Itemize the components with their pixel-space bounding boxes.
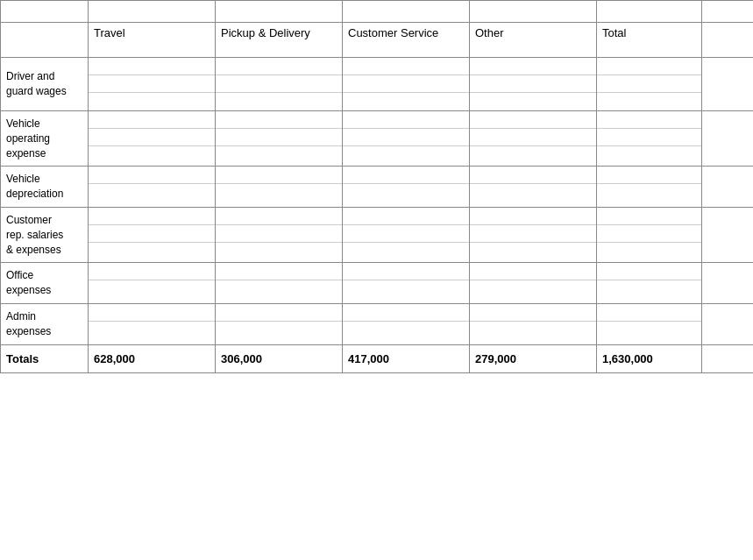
admin-pickup-cell[interactable] xyxy=(216,303,343,344)
vehicle-dep-travel-sub1[interactable] xyxy=(89,167,215,184)
vehicle-op-travel-sub2[interactable] xyxy=(89,129,215,146)
office-customer-cell[interactable] xyxy=(343,263,470,304)
driver-total-cell[interactable] xyxy=(597,58,702,111)
totals-pickup-cell[interactable]: 306,000 xyxy=(216,344,343,372)
admin-other-sub1[interactable] xyxy=(470,304,596,322)
driver-customer-sub2[interactable] xyxy=(343,75,469,93)
driver-total-sub2[interactable] xyxy=(597,75,701,93)
vehicle-dep-customer-sub2[interactable] xyxy=(343,184,469,202)
admin-total-cell[interactable] xyxy=(597,303,702,344)
vehicle-op-total-sub1[interactable] xyxy=(597,111,701,129)
office-other-cell[interactable] xyxy=(470,263,597,304)
vehicle-dep-total-sub1[interactable] xyxy=(597,167,701,184)
customer-rep-customer-sub1[interactable] xyxy=(343,208,469,225)
customer-rep-other-sub1[interactable] xyxy=(470,208,596,225)
vehicle-dep-other-cell[interactable] xyxy=(470,167,597,208)
customer-rep-travel-sub1[interactable] xyxy=(89,208,215,225)
office-travel-sub1[interactable] xyxy=(89,263,215,280)
vehicle-op-other-sub2[interactable] xyxy=(470,129,596,146)
admin-travel-cell[interactable] xyxy=(89,303,216,344)
customer-rep-total-cell[interactable] xyxy=(597,207,702,262)
vehicle-op-pickup-cell[interactable] xyxy=(216,111,343,167)
driver-pickup-sub3[interactable] xyxy=(216,93,342,110)
admin-customer-sub2[interactable] xyxy=(343,322,469,339)
admin-customer-sub1[interactable] xyxy=(343,304,469,322)
vehicle-dep-customer-sub1[interactable] xyxy=(343,167,469,184)
vehicle-op-other-sub3[interactable] xyxy=(470,146,596,164)
totals-other-cell[interactable]: 279,000 xyxy=(470,344,597,372)
customer-rep-total-sub1[interactable] xyxy=(597,208,701,225)
office-customer-sub1[interactable] xyxy=(343,263,469,280)
office-travel-cell[interactable] xyxy=(89,263,216,304)
driver-other-sub1[interactable] xyxy=(470,58,596,75)
customer-rep-travel-sub3[interactable] xyxy=(89,243,215,260)
driver-customer-sub1[interactable] xyxy=(343,58,469,75)
customer-rep-pickup-cell[interactable] xyxy=(216,207,343,262)
driver-travel-sub1[interactable] xyxy=(89,58,215,75)
vehicle-op-total-cell[interactable] xyxy=(597,111,702,167)
totals-customer-cell[interactable]: 417,000 xyxy=(343,344,470,372)
driver-total-sub3[interactable] xyxy=(597,93,701,110)
vehicle-dep-other-sub1[interactable] xyxy=(470,167,596,184)
driver-customer-sub3[interactable] xyxy=(343,93,469,110)
admin-other-sub2[interactable] xyxy=(470,322,596,339)
driver-travel-cell[interactable] xyxy=(89,58,216,111)
admin-total-sub2[interactable] xyxy=(597,322,701,339)
office-total-cell[interactable] xyxy=(597,263,702,304)
vehicle-op-travel-cell[interactable] xyxy=(89,111,216,167)
customer-rep-pickup-sub3[interactable] xyxy=(216,243,342,260)
admin-total-sub1[interactable] xyxy=(597,304,701,322)
driver-travel-sub3[interactable] xyxy=(89,93,215,110)
vehicle-op-customer-sub3[interactable] xyxy=(343,146,469,164)
vehicle-op-customer-cell[interactable] xyxy=(343,111,470,167)
vehicle-dep-other-sub2[interactable] xyxy=(470,184,596,202)
admin-pickup-sub2[interactable] xyxy=(216,322,342,339)
driver-other-sub2[interactable] xyxy=(470,75,596,93)
office-pickup-sub2[interactable] xyxy=(216,280,342,298)
customer-rep-customer-cell[interactable] xyxy=(343,207,470,262)
customer-rep-customer-sub2[interactable] xyxy=(343,225,469,243)
totals-travel-cell[interactable]: 628,000 xyxy=(89,344,216,372)
vehicle-op-customer-sub1[interactable] xyxy=(343,111,469,129)
office-total-sub2[interactable] xyxy=(597,280,701,298)
driver-travel-sub2[interactable] xyxy=(89,75,215,93)
vehicle-op-travel-sub1[interactable] xyxy=(89,111,215,129)
driver-pickup-sub2[interactable] xyxy=(216,75,342,93)
customer-rep-total-sub3[interactable] xyxy=(597,243,701,260)
customer-rep-other-sub2[interactable] xyxy=(470,225,596,243)
vehicle-dep-travel-sub2[interactable] xyxy=(89,184,215,202)
driver-pickup-cell[interactable] xyxy=(216,58,343,111)
admin-travel-sub1[interactable] xyxy=(89,304,215,322)
office-other-sub2[interactable] xyxy=(470,280,596,298)
office-pickup-sub1[interactable] xyxy=(216,263,342,280)
customer-rep-pickup-sub1[interactable] xyxy=(216,208,342,225)
customer-rep-other-cell[interactable] xyxy=(470,207,597,262)
customer-rep-customer-sub3[interactable] xyxy=(343,243,469,260)
admin-other-cell[interactable] xyxy=(470,303,597,344)
customer-rep-travel-cell[interactable] xyxy=(89,207,216,262)
vehicle-op-total-sub2[interactable] xyxy=(597,129,701,146)
vehicle-op-pickup-sub2[interactable] xyxy=(216,129,342,146)
driver-pickup-sub1[interactable] xyxy=(216,58,342,75)
office-pickup-cell[interactable] xyxy=(216,263,343,304)
vehicle-op-customer-sub2[interactable] xyxy=(343,129,469,146)
vehicle-op-pickup-sub1[interactable] xyxy=(216,111,342,129)
vehicle-op-other-sub1[interactable] xyxy=(470,111,596,129)
vehicle-dep-total-sub2[interactable] xyxy=(597,184,701,202)
vehicle-op-total-sub3[interactable] xyxy=(597,146,701,164)
totals-total-cell[interactable]: 1,630,000 xyxy=(597,344,702,372)
admin-travel-sub2[interactable] xyxy=(89,322,215,339)
vehicle-op-travel-sub3[interactable] xyxy=(89,146,215,164)
driver-other-sub3[interactable] xyxy=(470,93,596,110)
customer-rep-travel-sub2[interactable] xyxy=(89,225,215,243)
customer-rep-total-sub2[interactable] xyxy=(597,225,701,243)
driver-other-cell[interactable] xyxy=(470,58,597,111)
vehicle-dep-pickup-sub2[interactable] xyxy=(216,184,342,202)
customer-rep-pickup-sub2[interactable] xyxy=(216,225,342,243)
office-other-sub1[interactable] xyxy=(470,263,596,280)
office-travel-sub2[interactable] xyxy=(89,280,215,298)
customer-rep-other-sub3[interactable] xyxy=(470,243,596,260)
vehicle-dep-total-cell[interactable] xyxy=(597,167,702,208)
driver-customer-cell[interactable] xyxy=(343,58,470,111)
vehicle-dep-travel-cell[interactable] xyxy=(89,167,216,208)
